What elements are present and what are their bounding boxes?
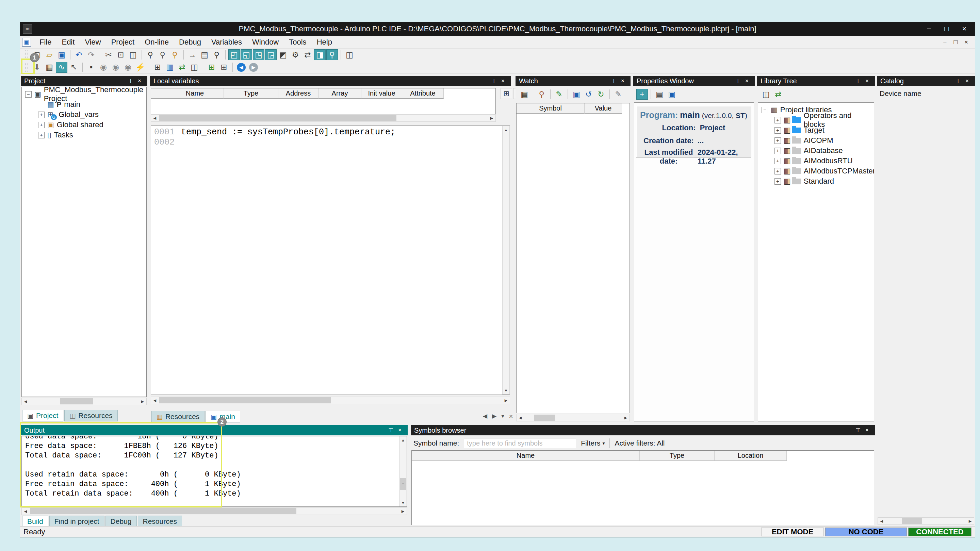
pin-icon[interactable]: ⊤ bbox=[387, 427, 395, 434]
refresh-values-button[interactable]: ⇄ bbox=[176, 62, 188, 73]
scroll-down-icon[interactable]: ▼ bbox=[503, 387, 509, 394]
toggle-watch-window-button[interactable]: ◲ bbox=[265, 49, 277, 60]
grid-mode-button[interactable]: ⊞ bbox=[218, 62, 230, 73]
library-tree-item-standard[interactable]: +▥Standard bbox=[759, 176, 872, 186]
code-line[interactable]: 0002 bbox=[151, 137, 510, 148]
device-connection-settings-button[interactable]: ▦ bbox=[43, 62, 55, 73]
scroll-left-icon[interactable]: ◀ bbox=[22, 398, 29, 405]
scroll-right-icon[interactable]: ▶ bbox=[966, 518, 974, 524]
menu-help[interactable]: Help bbox=[312, 36, 337, 48]
toggle-browse-window-button[interactable]: ⚲ bbox=[326, 49, 338, 60]
global-watch-button[interactable]: ⊞ bbox=[152, 62, 163, 73]
scroll-left-icon[interactable]: ◀ bbox=[151, 397, 159, 404]
watch-column-value[interactable]: Value bbox=[585, 103, 622, 114]
project-tree-item-global-shared[interactable]: +▣Global shared bbox=[23, 120, 145, 130]
tab-editor-resources[interactable]: ▦Resources bbox=[151, 411, 205, 422]
watch-grid-button[interactable]: ▦ bbox=[519, 89, 530, 100]
menu-tools[interactable]: Tools bbox=[284, 36, 311, 48]
insert-column-button[interactable]: ▥ bbox=[164, 62, 176, 73]
pin-icon[interactable]: ⊤ bbox=[854, 78, 862, 85]
menu-window[interactable]: Window bbox=[247, 36, 284, 48]
close-icon[interactable]: × bbox=[498, 78, 508, 84]
local-vars-column-address[interactable]: Address bbox=[278, 89, 318, 98]
undo-button[interactable]: ↶ bbox=[73, 49, 85, 60]
navigate-back-button[interactable]: ◀ bbox=[235, 62, 247, 73]
pin-icon[interactable]: ⊤ bbox=[854, 427, 862, 434]
project-tree-item-tasks[interactable]: +▯Tasks bbox=[23, 130, 145, 140]
toggle-symbols-window-button[interactable]: ◨ bbox=[314, 49, 326, 60]
print-properties-button[interactable]: ▤ bbox=[654, 89, 665, 100]
local-variables-body[interactable] bbox=[151, 98, 496, 114]
code-editor[interactable]: 0001temp_send := sysTempProbes[0].temper… bbox=[151, 125, 510, 395]
toggle-output-window-button[interactable]: ◩ bbox=[277, 49, 289, 60]
menu-variables[interactable]: Variables bbox=[206, 36, 247, 48]
local-vars-column-init-value[interactable]: Init value bbox=[361, 89, 402, 98]
local-vars-column-array[interactable]: Array bbox=[318, 89, 361, 98]
tab-output-resources[interactable]: Resources bbox=[138, 516, 182, 527]
find-in-project-button[interactable]: ⚲ bbox=[169, 49, 181, 60]
pin-icon[interactable]: ⊤ bbox=[954, 78, 963, 85]
library-tree-item-aidatabase[interactable]: +▥AIDatabase bbox=[759, 146, 872, 156]
library-tree-item-operators-and-blocks[interactable]: +▥Operators and blocks bbox=[759, 115, 872, 125]
expand-icon[interactable]: + bbox=[775, 178, 781, 185]
refresh-libraries-button[interactable]: ⇄ bbox=[772, 89, 784, 100]
symbols-column-type[interactable]: Type bbox=[640, 451, 714, 461]
expand-icon[interactable]: + bbox=[38, 132, 45, 138]
close-icon[interactable]: × bbox=[963, 78, 972, 84]
output-log[interactable]: Used data space: 18h ( 0 KByte) Free dat… bbox=[21, 436, 407, 507]
local-vars-column-type[interactable]: Type bbox=[224, 89, 278, 98]
cold-restart-button[interactable]: ◉ bbox=[98, 62, 109, 73]
watch-column-symbol[interactable]: Symbol bbox=[517, 103, 585, 114]
toggle-project-window-button[interactable]: ◰ bbox=[228, 49, 240, 60]
symbols-column-name[interactable]: Name bbox=[412, 451, 640, 461]
project-tree-item-pmc-modbus-thermocouple-project[interactable]: −▣PMC_Modbus_Thermocouple Project bbox=[23, 89, 145, 99]
cut-button[interactable]: ✂ bbox=[103, 49, 115, 60]
scroll-left-icon[interactable]: ◀ bbox=[517, 414, 524, 421]
hot-restart-button[interactable]: ◉ bbox=[122, 62, 134, 73]
tab-find-in-project[interactable]: Find in project bbox=[49, 516, 105, 527]
editor-vscrollbar[interactable]: ▲ ▼ bbox=[502, 126, 510, 395]
simulation-mode-button[interactable]: ↖ bbox=[68, 62, 80, 73]
scroll-right-icon[interactable]: ▶ bbox=[622, 414, 630, 421]
code-line[interactable]: 0001temp_send := sysTempProbes[0].temper… bbox=[151, 127, 510, 137]
scroll-up-icon[interactable]: ▲ bbox=[399, 437, 407, 444]
close-icon[interactable]: × bbox=[618, 78, 627, 84]
pin-icon[interactable]: ⊤ bbox=[126, 78, 135, 85]
local-vars-column-selector[interactable] bbox=[151, 89, 166, 98]
menu-project[interactable]: Project bbox=[106, 36, 140, 48]
tab-close-icon[interactable]: × bbox=[509, 413, 513, 421]
menu-view[interactable]: View bbox=[80, 36, 106, 48]
symbol-search-input[interactable] bbox=[464, 438, 576, 448]
expand-icon[interactable]: + bbox=[775, 168, 781, 175]
redo-button[interactable]: ↷ bbox=[86, 49, 97, 60]
output-vscrollbar[interactable]: ▲ ≡ ▼ bbox=[399, 437, 407, 507]
menu-debug[interactable]: Debug bbox=[174, 36, 206, 48]
mdi-restore-icon[interactable]: □ bbox=[953, 38, 957, 46]
library-tree-item-aicopm[interactable]: +▥AICOPM bbox=[759, 135, 872, 146]
open-project-button[interactable]: ▱ bbox=[43, 49, 55, 60]
tab-scroll-left-icon[interactable]: ◀ bbox=[483, 413, 487, 421]
append-watch-list-button[interactable]: ↻ bbox=[595, 89, 607, 100]
close-icon[interactable]: × bbox=[862, 427, 872, 433]
scroll-left-icon[interactable]: ◀ bbox=[151, 114, 159, 121]
pin-icon[interactable]: ⊤ bbox=[490, 78, 498, 85]
reload-watch-list-button[interactable]: ↺ bbox=[583, 89, 595, 100]
toolbar-grip[interactable] bbox=[25, 50, 28, 59]
scroll-right-icon[interactable]: ▶ bbox=[139, 398, 146, 405]
scroll-right-icon[interactable]: ▶ bbox=[502, 397, 510, 404]
local-vars-column-attribute[interactable]: Attribute bbox=[402, 89, 444, 98]
scroll-up-icon[interactable]: ▲ bbox=[503, 126, 509, 134]
tab-project-resources[interactable]: ◫Resources bbox=[64, 410, 118, 421]
stop-plc-button[interactable]: ▪ bbox=[86, 62, 97, 73]
expand-icon[interactable]: + bbox=[775, 117, 781, 124]
close-icon[interactable]: × bbox=[135, 78, 144, 84]
symbols-column-location[interactable]: Location bbox=[714, 451, 787, 461]
local-vars-column-name[interactable]: Name bbox=[166, 89, 224, 98]
scroll-right-icon[interactable]: ▶ bbox=[488, 114, 495, 121]
catalog-hscrollbar[interactable]: ◀ ▶ bbox=[878, 517, 974, 525]
tab-build[interactable]: Build bbox=[22, 516, 48, 527]
library-tree-item-aimodbustcpmaster[interactable]: +▥AIModbusTCPMaster bbox=[759, 166, 872, 176]
scroll-down-icon[interactable]: ▼ bbox=[399, 499, 407, 507]
find-symbol-button[interactable]: ⚲ bbox=[536, 89, 547, 100]
project-hscrollbar[interactable]: ◀ ▶ bbox=[21, 398, 147, 405]
